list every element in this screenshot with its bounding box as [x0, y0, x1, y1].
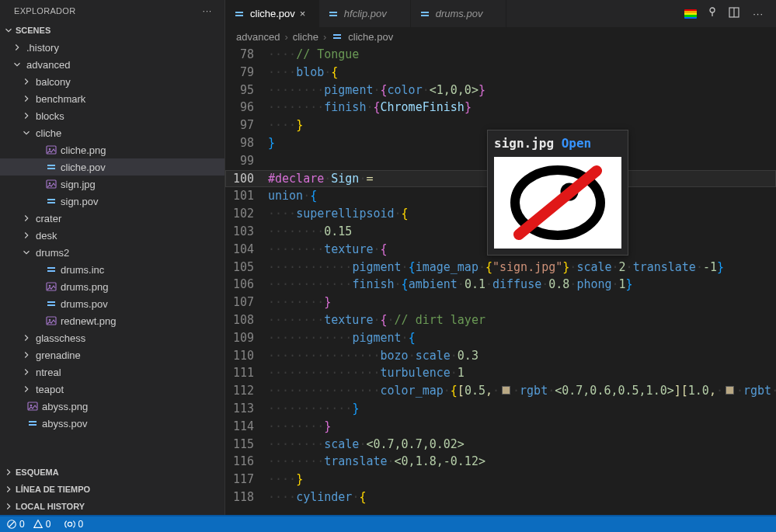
editor-tab[interactable]: cliche.pov× [225, 0, 319, 27]
section-scenes-label: SCENES [16, 26, 50, 35]
line-number: 106 [225, 276, 268, 294]
code-line[interactable]: 79····blob·{ [225, 64, 776, 82]
file-item[interactable]: drums.inc [0, 261, 224, 278]
code-line[interactable]: 109············pigment·{ [225, 329, 776, 347]
file-item[interactable]: rednewt.png [0, 312, 224, 329]
close-icon[interactable]: × [300, 8, 311, 19]
chevron-icon [20, 76, 33, 87]
code-line[interactable]: 95········pigment·{color·<1,0,0>} [225, 82, 776, 99]
code-line[interactable]: 112················color_map·{[0.5,··rgb… [225, 382, 776, 400]
file-item[interactable]: cliche.pov [0, 158, 224, 176]
section-timeline[interactable]: LÍNEA DE TIEMPO [0, 481, 224, 498]
code-content: ················color_map·{[0.5,··rgbt·<… [268, 382, 776, 400]
pov-icon [45, 195, 57, 207]
code-line[interactable]: 113············} [225, 400, 776, 418]
image-icon [45, 144, 57, 156]
svg-point-5 [49, 183, 51, 185]
code-line[interactable]: 114········} [225, 418, 776, 436]
tree-item-label: sign.pov [61, 196, 98, 207]
file-item[interactable]: drums.png [0, 278, 224, 295]
folder-item[interactable]: drums2 [0, 244, 224, 261]
section-esquema-label: ESQUEMA [16, 468, 59, 477]
folder-item[interactable]: advanced [0, 56, 224, 73]
section-local-history[interactable]: LOCAL HISTORY [0, 498, 224, 515]
file-item[interactable]: sign.pov [0, 193, 224, 210]
code-line[interactable]: 106············finish·{ambient·0.1·diffu… [225, 276, 776, 294]
status-errors[interactable]: 0 [6, 519, 25, 530]
tab-bar: cliche.pov×hfclip.pov×drums.pov× ··· [225, 0, 776, 27]
file-item[interactable]: cliche.png [0, 141, 224, 158]
code-line[interactable]: 117····} [225, 471, 776, 489]
color-chip [726, 386, 734, 395]
tree-item-label: cliche.png [61, 144, 106, 156]
tree-item-label: ntreal [36, 367, 61, 378]
svg-rect-12 [47, 301, 55, 303]
chevron-icon [20, 247, 33, 258]
status-warnings-count: 0 [46, 519, 51, 530]
code-content: ············pigment·{ [268, 329, 776, 347]
status-warnings[interactable]: 0 [33, 519, 51, 530]
code-line[interactable]: 116········translate·<0,1.8,-0.12> [225, 453, 776, 471]
section-scenes[interactable]: SCENES [0, 22, 224, 39]
tree-item-label: crater [36, 213, 61, 224]
file-item[interactable]: abyss.png [0, 398, 224, 415]
hover-thumbnail [494, 157, 621, 249]
folder-item[interactable]: .history [0, 39, 224, 56]
svg-rect-18 [29, 421, 37, 422]
folder-item[interactable]: crater [0, 210, 224, 227]
code-line[interactable]: 107········} [225, 294, 776, 311]
folder-item[interactable]: balcony [0, 73, 224, 90]
folder-item[interactable]: ntreal [0, 363, 224, 381]
folder-item[interactable]: glasschess [0, 329, 224, 346]
code-line[interactable]: 118····cylinder·{ [225, 489, 776, 506]
breadcrumb-seg[interactable]: advanced [236, 31, 280, 43]
svg-rect-8 [47, 267, 55, 269]
code-editor[interactable]: sign.jpg Open 78····// Tongue79····blob·… [225, 46, 776, 515]
chevron-icon [20, 349, 33, 360]
line-number: 99 [225, 152, 268, 170]
code-line[interactable]: 96········finish·{ChromeFinish} [225, 99, 776, 116]
editor-tab[interactable]: drums.pov× [411, 0, 507, 27]
code-content: ············} [268, 400, 776, 418]
folder-item[interactable]: benchmark [0, 90, 224, 107]
file-item[interactable]: abyss.pov [0, 415, 224, 432]
code-line[interactable]: 110················bozo·scale·0.3 [225, 347, 776, 365]
editor-tab[interactable]: hfclip.pov× [319, 0, 411, 27]
folder-item[interactable]: grenadine [0, 346, 224, 363]
breadcrumb-seg[interactable]: cliche.pov [348, 31, 393, 43]
folder-item[interactable]: cliche [0, 124, 224, 141]
line-number: 112 [225, 382, 268, 400]
explorer-more-icon[interactable]: ··· [200, 5, 215, 17]
chevron-icon [20, 367, 33, 377]
folder-item[interactable]: desk [0, 227, 224, 244]
breadcrumb-seg[interactable]: cliche [293, 31, 318, 43]
folder-item[interactable]: teapot [0, 381, 224, 398]
chevron-icon [20, 110, 33, 121]
breadcrumbs[interactable]: advanced › cliche › cliche.pov [225, 27, 776, 46]
file-item[interactable]: sign.jpg [0, 176, 224, 193]
svg-rect-23 [329, 15, 337, 16]
tree-item-label: abyss.pov [42, 418, 88, 429]
chevron-icon [20, 384, 33, 395]
section-esquema[interactable]: ESQUEMA [0, 464, 224, 481]
rainbow-icon[interactable] [684, 9, 697, 19]
pov-icon [45, 297, 57, 310]
code-line[interactable]: 108········texture·{·// dirt layer [225, 311, 776, 329]
svg-rect-30 [333, 37, 341, 39]
svg-rect-29 [333, 34, 341, 36]
pin-icon[interactable] [706, 6, 719, 21]
code-content: ············pigment·{image_map·{"sign.jp… [268, 259, 776, 276]
code-line[interactable]: 115········scale·<0.7,0.7,0.02> [225, 436, 776, 454]
split-editor-icon[interactable] [728, 6, 740, 21]
chevron-icon [20, 230, 33, 241]
code-line[interactable]: 78····// Tongue [225, 46, 776, 64]
status-ports[interactable]: 0 [64, 519, 83, 530]
hover-open-link[interactable]: Open [562, 136, 592, 151]
code-content: ········translate·<0,1.8,-0.12> [268, 453, 776, 471]
code-line[interactable]: 111················turbulence·1 [225, 364, 776, 382]
file-item[interactable]: drums.pov [0, 295, 224, 312]
svg-point-36 [68, 522, 72, 526]
folder-item[interactable]: blocks [0, 107, 224, 124]
code-line[interactable]: 105············pigment·{image_map·{"sign… [225, 259, 776, 276]
editor-more-icon[interactable]: ··· [750, 6, 767, 21]
